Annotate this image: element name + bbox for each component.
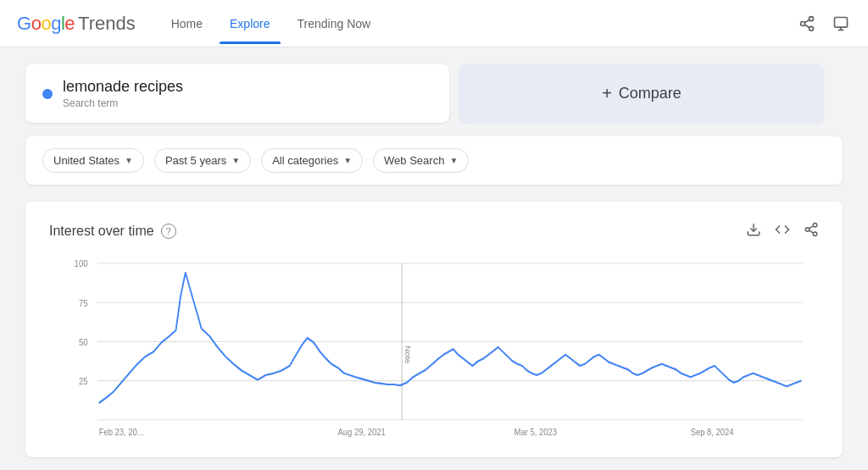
filter-time[interactable]: Past 5 years ▼	[154, 148, 251, 173]
chart-actions	[746, 222, 819, 241]
svg-text:Sep 8, 2024: Sep 8, 2024	[691, 428, 734, 438]
interest-chart: 100 75 50 25 Note Feb 23, 20... Aug 29, …	[49, 254, 819, 440]
svg-point-10	[805, 228, 810, 232]
filter-category[interactable]: All categories ▼	[261, 148, 363, 173]
trends-logo-text: Trends	[78, 13, 136, 35]
filter-time-arrow: ▼	[231, 156, 240, 165]
help-icon[interactable]: ?	[161, 224, 176, 239]
svg-rect-5	[835, 17, 848, 27]
search-compare-row: lemonade recipes Search term + Compare	[25, 64, 843, 123]
search-info: lemonade recipes Search term	[63, 78, 432, 109]
search-card: lemonade recipes Search term	[25, 64, 449, 123]
svg-text:Feb 23, 20...: Feb 23, 20...	[99, 428, 144, 438]
download-icon[interactable]	[746, 222, 761, 241]
embed-icon[interactable]	[775, 222, 790, 241]
svg-text:Note: Note	[403, 346, 411, 363]
chart-header: Interest over time ?	[49, 222, 819, 241]
logo: Google Trends	[17, 13, 136, 35]
svg-point-9	[813, 224, 817, 228]
svg-point-2	[810, 26, 814, 30]
svg-point-0	[810, 16, 814, 20]
compare-plus-icon: +	[602, 84, 612, 103]
nav-home[interactable]: Home	[161, 10, 213, 37]
filter-source-label: Web Search	[384, 154, 444, 167]
compare-content: + Compare	[602, 84, 682, 103]
search-type-label: Search term	[63, 97, 432, 109]
svg-text:75: 75	[79, 298, 88, 308]
share-chart-icon[interactable]	[804, 222, 819, 241]
svg-text:Mar 5, 2023: Mar 5, 2023	[515, 428, 558, 438]
svg-line-4	[804, 19, 810, 22]
compare-label: Compare	[619, 85, 682, 102]
header-icons	[797, 14, 851, 34]
nav-explore[interactable]: Explore	[220, 10, 280, 37]
filter-source[interactable]: Web Search ▼	[373, 148, 469, 173]
chart-card: Interest over time ?	[25, 202, 843, 457]
filter-location[interactable]: United States ▼	[42, 148, 144, 173]
nav-trending[interactable]: Trending Now	[287, 10, 381, 37]
svg-line-3	[804, 25, 810, 27]
chart-area: 100 75 50 25 Note Feb 23, 20... Aug 29, …	[49, 254, 819, 440]
filter-location-label: United States	[53, 154, 120, 167]
chart-title: Interest over time	[49, 224, 154, 239]
svg-point-1	[801, 21, 805, 25]
feedback-icon[interactable]	[831, 14, 851, 34]
svg-point-11	[813, 232, 817, 236]
share-icon[interactable]	[797, 14, 817, 34]
svg-line-13	[809, 226, 813, 229]
main-content: lemonade recipes Search term + Compare U…	[0, 47, 868, 470]
app-header: Google Trends Home Explore Trending Now	[0, 0, 868, 47]
filter-category-label: All categories	[272, 154, 338, 167]
svg-text:25: 25	[79, 376, 88, 386]
chart-title-row: Interest over time ?	[49, 224, 176, 239]
svg-text:Aug 29, 2021: Aug 29, 2021	[338, 428, 387, 438]
filter-category-arrow: ▼	[343, 156, 352, 165]
filter-time-label: Past 5 years	[165, 154, 226, 167]
svg-text:50: 50	[79, 337, 88, 347]
svg-line-12	[809, 230, 813, 233]
filters-row: United States ▼ Past 5 years ▼ All categ…	[25, 136, 843, 185]
compare-card[interactable]: + Compare	[459, 64, 824, 123]
main-nav: Home Explore Trending Now	[161, 10, 797, 37]
filter-location-arrow: ▼	[125, 156, 133, 165]
google-logo-text: Google	[17, 13, 75, 35]
svg-text:100: 100	[75, 259, 88, 269]
search-term-label: lemonade recipes	[63, 78, 432, 96]
filter-source-arrow: ▼	[449, 156, 458, 165]
search-dot	[42, 89, 53, 99]
